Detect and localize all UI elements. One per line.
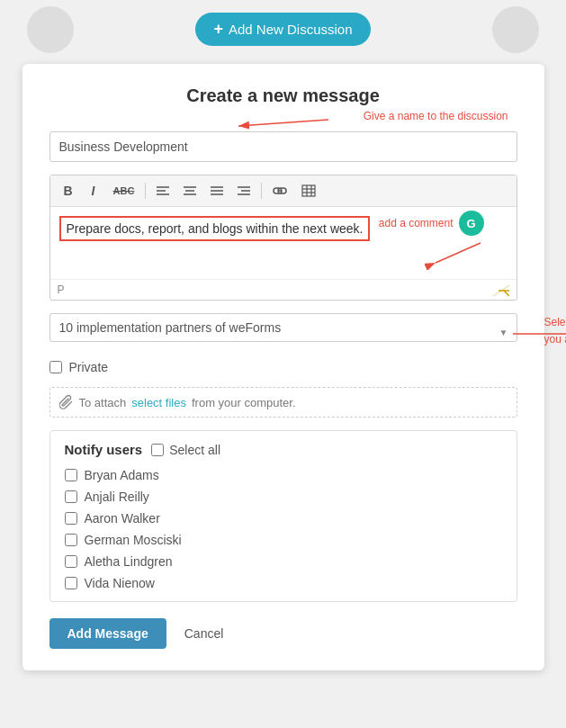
editor-body[interactable]: Prepare docs, report, and blogs within t… (50, 207, 517, 279)
align-center-icon (184, 185, 196, 196)
milestone-select[interactable]: 10 implementation partners of weForms (49, 313, 517, 342)
form-actions: Add Message Cancel (49, 618, 517, 649)
private-label: Private (69, 360, 109, 374)
paperclip-icon (59, 395, 74, 409)
user-name-4: Aletha Lindgren (85, 554, 173, 569)
table-icon (301, 184, 316, 197)
svg-rect-15 (302, 185, 315, 196)
name-annotation-container: Give a name to the discussion (49, 110, 517, 131)
list-item: German Mosciski (65, 533, 502, 547)
svg-line-22 (504, 291, 509, 296)
name-arrow-svg (229, 106, 337, 133)
avatar-left (27, 6, 74, 53)
align-left-icon (157, 185, 169, 196)
user-checkbox-3[interactable] (65, 534, 77, 546)
link-button[interactable] (267, 182, 292, 200)
editor-text: Prepare docs, report, and blogs within t… (59, 216, 371, 241)
milestone-select-wrapper: 10 implementation partners of weForms (49, 313, 517, 351)
italic-button[interactable]: I (83, 181, 104, 201)
add-discussion-label: Add New Discussion (229, 22, 353, 37)
align-right-icon (238, 185, 250, 196)
align-center-button[interactable] (178, 183, 202, 199)
user-name-0: Bryan Adams (85, 468, 159, 482)
user-checkbox-0[interactable] (65, 469, 77, 481)
comment-action-area: add a comment G (379, 211, 484, 236)
select-all-text: Select all (169, 443, 220, 457)
list-item: Aletha Lindgren (65, 554, 502, 569)
add-discussion-button[interactable]: + Add New Discussion (195, 13, 370, 46)
user-checkbox-2[interactable] (65, 512, 77, 525)
cancel-button[interactable]: Cancel (175, 618, 233, 649)
notify-header: Notify users Select all (65, 442, 502, 457)
editor-toolbar: B I ABC (50, 175, 517, 207)
discussion-name-input[interactable] (49, 131, 517, 162)
attach-text-before: To attach (79, 396, 127, 409)
editor-footer: P (50, 279, 517, 300)
align-justify-icon (211, 185, 223, 196)
plus-icon: + (213, 20, 223, 39)
align-justify-button[interactable] (205, 183, 229, 199)
milestone-annotation: Select a milestone about which you are d… (544, 313, 567, 347)
editor-tag: P (58, 283, 65, 296)
user-checkbox-5[interactable] (65, 577, 77, 589)
toolbar-sep-1 (145, 183, 146, 199)
select-all-checkbox[interactable] (151, 444, 164, 456)
message-editor: B I ABC Prepare doc (49, 175, 517, 301)
select-all-label[interactable]: Select all (151, 443, 220, 457)
table-button[interactable] (296, 182, 321, 200)
modal-title: Create a new message (49, 85, 517, 106)
bold-button[interactable]: B (58, 181, 79, 201)
list-item: Aaron Walker (65, 511, 502, 526)
user-checkbox-1[interactable] (65, 490, 77, 503)
attach-text-after: from your computer. (192, 396, 296, 409)
add-comment-annotation-text: add a comment (379, 217, 454, 229)
user-name-1: Anjali Reilly (85, 490, 149, 504)
avatar-right (492, 6, 539, 53)
milestone-annotation-text: Select a milestone about which you are d… (544, 316, 567, 346)
add-comment-button[interactable]: G (459, 211, 484, 236)
user-checkbox-4[interactable] (65, 555, 77, 568)
list-item: Vida Nienow (65, 576, 502, 590)
user-list: Bryan AdamsAnjali ReillyAaron WalkerGerm… (65, 468, 502, 590)
list-item: Bryan Adams (65, 468, 502, 482)
toolbar-sep-2 (261, 183, 262, 199)
private-row: Private (49, 360, 517, 374)
private-checkbox[interactable] (49, 361, 62, 373)
create-message-modal: Create a new message Give a name to the … (22, 64, 544, 670)
milestone-wrapper: 10 implementation partners of weForms Se… (49, 313, 517, 351)
notify-title: Notify users (65, 442, 143, 457)
svg-line-21 (436, 243, 481, 263)
list-item: Anjali Reilly (65, 490, 502, 504)
svg-line-1 (238, 120, 328, 126)
add-message-button[interactable]: Add Message (49, 618, 166, 649)
user-name-3: German Mosciski (85, 533, 182, 547)
align-right-button[interactable] (232, 183, 256, 199)
notify-section: Notify users Select all Bryan AdamsAnjal… (49, 430, 517, 602)
resize-icon (491, 283, 509, 296)
strikethrough-button[interactable]: ABC (108, 183, 140, 199)
user-name-2: Aaron Walker (85, 511, 160, 526)
top-bar: + Add New Discussion (0, 0, 566, 55)
attach-row: To attach select files from your compute… (49, 387, 517, 418)
user-name-5: Vida Nienow (85, 576, 155, 590)
select-files-link[interactable]: select files (131, 396, 186, 409)
link-icon (273, 184, 287, 197)
name-annotation-text: Give a name to the discussion (364, 110, 508, 122)
align-left-button[interactable] (151, 183, 175, 199)
